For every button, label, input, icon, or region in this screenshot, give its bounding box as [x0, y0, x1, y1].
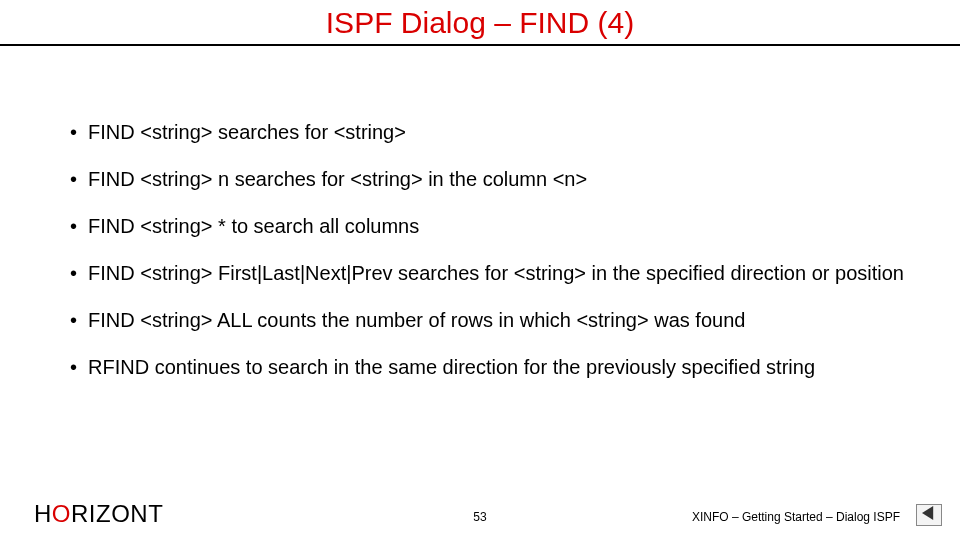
title-underline — [0, 44, 960, 46]
logo-letter: RIZONT — [71, 500, 163, 527]
list-item: FIND <string> First|Last|Next|Prev searc… — [70, 261, 920, 286]
prev-slide-button[interactable] — [916, 504, 942, 526]
list-item: FIND <string> * to search all columns — [70, 214, 920, 239]
footer: HORIZONT 53 XINFO – Getting Started – Di… — [0, 498, 960, 528]
list-item: FIND <string> ALL counts the number of r… — [70, 308, 920, 333]
logo-letter: H — [34, 500, 52, 527]
logo-horizont: HORIZONT — [34, 500, 163, 528]
list-item: FIND <string> searches for <string> — [70, 120, 920, 145]
list-item: FIND <string> n searches for <string> in… — [70, 167, 920, 192]
slide-title: ISPF Dialog – FIND (4) — [0, 6, 960, 40]
doc-title: XINFO – Getting Started – Dialog ISPF — [692, 510, 900, 524]
bullet-list: FIND <string> searches for <string> FIND… — [70, 120, 920, 380]
logo-letter: O — [52, 500, 71, 527]
page-number: 53 — [473, 510, 486, 524]
list-item: RFIND continues to search in the same di… — [70, 355, 920, 380]
slide: ISPF Dialog – FIND (4) FIND <string> sea… — [0, 0, 960, 540]
triangle-left-icon — [922, 506, 936, 524]
slide-body: FIND <string> searches for <string> FIND… — [70, 120, 920, 402]
svg-marker-0 — [922, 506, 933, 520]
